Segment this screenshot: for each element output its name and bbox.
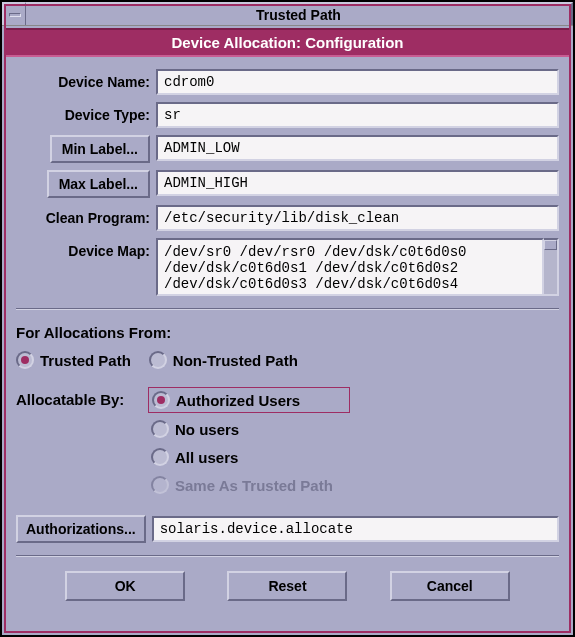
allocatable-by-group: Authorized Users No users All users Same… xyxy=(148,387,350,497)
device-map-scrollbar[interactable] xyxy=(544,238,559,296)
authorizations-button[interactable]: Authorizations... xyxy=(16,515,146,543)
radio-no-users[interactable] xyxy=(151,420,169,438)
max-label-input[interactable] xyxy=(156,170,559,196)
cancel-button[interactable]: Cancel xyxy=(390,571,510,601)
subtitle-bar: Device Allocation: Configuration xyxy=(2,26,573,59)
device-name-input[interactable] xyxy=(156,69,559,95)
divider-bottom xyxy=(16,555,559,557)
reset-button[interactable]: Reset xyxy=(227,571,347,601)
radio-trusted-path[interactable] xyxy=(16,351,34,369)
radio-option-no-users[interactable]: No users xyxy=(148,417,350,441)
radio-option-all-users[interactable]: All users xyxy=(148,445,350,469)
trusted-path-window: Trusted Path Device Allocation: Configur… xyxy=(0,0,575,637)
radio-same-as-trusted-label: Same As Trusted Path xyxy=(175,477,333,494)
ok-button[interactable]: OK xyxy=(65,571,185,601)
radio-same-as-trusted xyxy=(151,476,169,494)
minimize-icon xyxy=(9,13,21,17)
scroll-thumb[interactable] xyxy=(544,240,557,250)
clean-program-label: Clean Program: xyxy=(16,205,156,226)
subtitle: Device Allocation: Configuration xyxy=(4,28,571,57)
radio-authorized-users-label: Authorized Users xyxy=(176,392,300,409)
radio-trusted-path-label: Trusted Path xyxy=(40,352,131,369)
allocatable-by-label: Allocatable By: xyxy=(16,387,148,408)
max-label-button[interactable]: Max Label... xyxy=(47,170,150,198)
device-map-textarea[interactable]: /dev/sr0 /dev/rsr0 /dev/dsk/c0t6d0s0 /de… xyxy=(156,238,544,296)
device-type-input[interactable] xyxy=(156,102,559,128)
dialog-content: Device Name: Device Type: Min Label... M… xyxy=(2,59,573,601)
window-title: Trusted Path xyxy=(26,2,573,25)
divider xyxy=(16,308,559,310)
system-menu-button[interactable] xyxy=(2,2,26,25)
device-map-label: Device Map: xyxy=(16,238,156,259)
radio-non-trusted-path[interactable] xyxy=(149,351,167,369)
device-type-label: Device Type: xyxy=(16,102,156,123)
device-name-label: Device Name: xyxy=(16,69,156,90)
clean-program-input[interactable] xyxy=(156,205,559,231)
radio-all-users-label: All users xyxy=(175,449,238,466)
button-bar: OK Reset Cancel xyxy=(16,571,559,601)
radio-all-users[interactable] xyxy=(151,448,169,466)
radio-authorized-users[interactable] xyxy=(152,391,170,409)
authorizations-input[interactable] xyxy=(152,516,559,542)
titlebar: Trusted Path xyxy=(2,2,573,26)
min-label-input[interactable] xyxy=(156,135,559,161)
radio-no-users-label: No users xyxy=(175,421,239,438)
radio-option-authorized[interactable]: Authorized Users xyxy=(148,387,350,413)
radio-non-trusted-path-label: Non-Trusted Path xyxy=(173,352,298,369)
min-label-button[interactable]: Min Label... xyxy=(50,135,150,163)
allocations-from-label: For Allocations From: xyxy=(16,324,559,341)
radio-option-same-as: Same As Trusted Path xyxy=(148,473,350,497)
